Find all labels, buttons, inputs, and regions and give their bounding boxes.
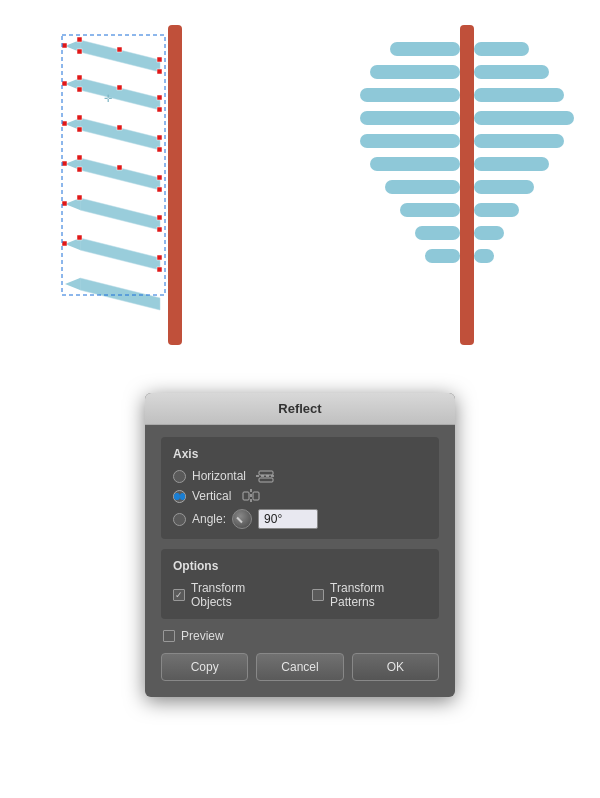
preview-checkbox[interactable] [163, 630, 175, 642]
svg-marker-9 [80, 78, 160, 110]
svg-rect-11 [77, 75, 82, 80]
svg-rect-37 [157, 215, 162, 220]
svg-rect-49 [460, 25, 474, 345]
svg-rect-56 [474, 111, 574, 125]
cancel-button[interactable]: Cancel [256, 653, 343, 681]
svg-marker-47 [65, 278, 80, 290]
svg-rect-29 [117, 165, 122, 170]
svg-rect-44 [62, 241, 67, 246]
svg-rect-65 [400, 203, 460, 217]
dialog-body: Axis Horizontal Vertical [145, 425, 455, 697]
transform-patterns-label: Transform Patterns [330, 581, 427, 609]
svg-rect-43 [157, 255, 162, 260]
svg-rect-21 [117, 125, 122, 130]
svg-rect-24 [157, 147, 162, 152]
transform-patterns-checkbox[interactable] [312, 589, 324, 601]
options-section: Options Transform Objects Transform Patt… [161, 549, 439, 619]
left-illustration: ✛ [20, 10, 240, 370]
right-illustration [360, 10, 580, 370]
svg-rect-0 [168, 25, 182, 345]
svg-marker-46 [80, 278, 160, 310]
preview-row[interactable]: Preview [161, 629, 439, 643]
svg-rect-69 [425, 249, 460, 263]
svg-rect-3 [77, 37, 82, 42]
svg-rect-66 [474, 226, 504, 240]
dialog-title: Reflect [278, 401, 321, 416]
svg-rect-68 [474, 249, 494, 263]
svg-rect-67 [415, 226, 460, 240]
transform-objects-label: Transform Objects [191, 581, 284, 609]
preview-label: Preview [181, 629, 224, 643]
svg-rect-38 [62, 201, 67, 206]
svg-rect-14 [62, 81, 67, 86]
svg-marker-26 [80, 158, 160, 190]
svg-rect-50 [474, 42, 529, 56]
svg-rect-6 [62, 43, 67, 48]
transform-patterns-wrapper[interactable]: Transform Patterns [312, 581, 427, 609]
svg-rect-45 [157, 267, 162, 272]
svg-marker-40 [80, 238, 160, 270]
angle-label: Angle: [192, 512, 226, 526]
svg-marker-34 [80, 198, 160, 230]
svg-rect-23 [62, 121, 67, 126]
copy-button[interactable]: Copy [161, 653, 248, 681]
svg-rect-16 [77, 87, 82, 92]
svg-rect-74 [243, 492, 249, 500]
svg-marker-1 [80, 40, 160, 72]
svg-rect-61 [370, 157, 460, 171]
svg-rect-5 [157, 57, 162, 62]
transform-objects-wrapper[interactable]: Transform Objects [173, 581, 284, 609]
buttons-row: Copy Cancel OK [161, 653, 439, 685]
svg-rect-13 [157, 95, 162, 100]
axis-section: Axis Horizontal Vertical [161, 437, 439, 539]
svg-rect-64 [474, 203, 519, 217]
svg-rect-55 [360, 88, 460, 102]
svg-rect-58 [474, 134, 564, 148]
svg-rect-25 [77, 127, 82, 132]
angle-row[interactable]: Angle: [173, 509, 427, 529]
svg-rect-20 [77, 115, 82, 120]
svg-rect-15 [157, 107, 162, 112]
illustration-area: ✛ [0, 0, 600, 390]
svg-rect-71 [259, 471, 273, 475]
svg-rect-33 [77, 167, 82, 172]
svg-rect-57 [360, 111, 460, 125]
svg-rect-42 [77, 235, 82, 240]
vertical-row[interactable]: Vertical [173, 489, 427, 503]
svg-rect-62 [474, 180, 534, 194]
svg-rect-52 [474, 65, 549, 79]
horizontal-label: Horizontal [192, 469, 246, 483]
transform-objects-checkbox[interactable] [173, 589, 185, 601]
svg-rect-4 [117, 47, 122, 52]
reflect-dialog: Reflect Axis Horizontal [145, 393, 455, 697]
svg-rect-59 [360, 134, 460, 148]
svg-marker-18 [80, 118, 160, 150]
options-checkboxes-row: Transform Objects Transform Patterns [173, 581, 427, 609]
svg-rect-28 [77, 155, 82, 160]
svg-rect-36 [77, 195, 82, 200]
svg-rect-32 [157, 187, 162, 192]
horizontal-row[interactable]: Horizontal [173, 469, 427, 483]
svg-rect-72 [259, 478, 273, 482]
ok-button[interactable]: OK [352, 653, 439, 681]
svg-rect-30 [157, 175, 162, 180]
svg-rect-60 [474, 157, 549, 171]
svg-rect-54 [474, 88, 564, 102]
svg-rect-39 [157, 227, 162, 232]
horizontal-radio[interactable] [173, 470, 186, 483]
axis-label: Axis [173, 447, 427, 461]
dialog-titlebar: Reflect [145, 393, 455, 425]
svg-text:✛: ✛ [104, 93, 112, 104]
angle-input[interactable] [258, 509, 318, 529]
svg-rect-63 [385, 180, 460, 194]
svg-rect-53 [370, 65, 460, 79]
options-label: Options [173, 559, 427, 573]
vertical-radio[interactable] [173, 490, 186, 503]
vertical-reflect-icon [241, 489, 261, 503]
svg-rect-31 [62, 161, 67, 166]
dialog-overlay: Reflect Axis Horizontal [0, 378, 600, 798]
svg-rect-22 [157, 135, 162, 140]
svg-rect-12 [117, 85, 122, 90]
angle-radio[interactable] [173, 513, 186, 526]
vertical-label: Vertical [192, 489, 231, 503]
